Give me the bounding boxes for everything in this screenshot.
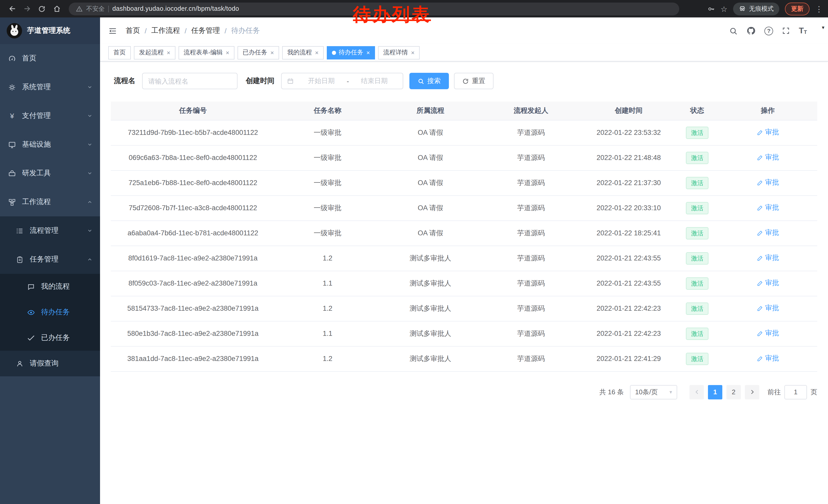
- status-badge: 激活: [686, 302, 708, 315]
- sidebar-item-todo-tasks[interactable]: 待办任务: [0, 300, 100, 325]
- cell-created: 2022-01-21 22:41:29: [581, 346, 676, 371]
- table-row: a6aba0a4-7b6d-11ec-b781-acde48001122 一级审…: [111, 221, 817, 245]
- chevron-down-icon: [87, 113, 92, 119]
- help-icon[interactable]: ?: [764, 27, 773, 35]
- table-header-row: 任务编号 任务名称 所属流程 流程发起人 创建时间 状态 操作: [111, 101, 817, 120]
- sidebar-item-home[interactable]: 首页: [0, 44, 100, 73]
- browser-back-icon[interactable]: [5, 2, 19, 16]
- status-badge: 激活: [686, 277, 708, 289]
- tab-home[interactable]: 首页: [108, 46, 131, 59]
- sidebar-item-payment[interactable]: ¥ 支付管理: [0, 101, 100, 130]
- close-icon[interactable]: ×: [167, 49, 170, 56]
- cell-initiator: 芋道源码: [481, 271, 581, 296]
- approve-link[interactable]: 审批: [756, 329, 779, 338]
- date-range-picker[interactable]: 开始日期 - 结束日期: [281, 73, 403, 89]
- browser-reload-icon[interactable]: [35, 2, 49, 16]
- cell-task-name: 一级审批: [275, 170, 380, 195]
- reset-button-label: 重置: [472, 77, 485, 86]
- sidebar-item-infrastructure[interactable]: 基础设施: [0, 130, 100, 159]
- url-text: dashboard.yudao.iocoder.cn/bpm/task/todo: [112, 5, 239, 12]
- close-icon[interactable]: ×: [271, 49, 274, 56]
- address-bar[interactable]: 不安全 dashboard.yudao.iocoder.cn/bpm/task/…: [69, 2, 679, 15]
- bookmark-star-icon[interactable]: ☆: [720, 5, 728, 12]
- page-size-select[interactable]: 10条/页 ▾: [630, 385, 677, 399]
- sidebar-item-label: 基础设施: [22, 140, 51, 149]
- status-badge: 激活: [686, 353, 708, 365]
- sidebar-item-my-processes[interactable]: 我的流程: [0, 274, 100, 300]
- sidebar-item-label: 研发工具: [22, 169, 51, 178]
- header-actions: ? TT ▾: [729, 26, 818, 35]
- github-icon[interactable]: [746, 26, 756, 35]
- approve-link[interactable]: 审批: [756, 304, 779, 313]
- close-icon[interactable]: ×: [366, 49, 370, 56]
- sidebar-item-leave-query[interactable]: 请假查询: [0, 351, 100, 376]
- sidebar-collapse-icon[interactable]: [108, 27, 117, 35]
- prev-page-button[interactable]: [690, 385, 704, 399]
- sidebar-item-workflow[interactable]: 工作流程: [0, 188, 100, 216]
- approve-label: 审批: [765, 354, 779, 363]
- table-row: 58154733-7ac8-11ec-a9e2-a2380e71991a 1.2…: [111, 296, 817, 321]
- table-row: 580e1b3d-7ac8-11ec-a9e2-a2380e71991a 1.1…: [111, 321, 817, 346]
- font-size-large: T: [799, 27, 804, 35]
- tab-process-detail[interactable]: 流程详情 ×: [378, 46, 420, 59]
- next-page-button[interactable]: [745, 385, 759, 399]
- sidebar-item-done-tasks[interactable]: 已办任务: [0, 325, 100, 351]
- sidebar-item-label: 已办任务: [41, 333, 70, 342]
- security-label: 不安全: [86, 4, 105, 13]
- breadcrumb-task-management[interactable]: 任务管理: [191, 26, 220, 35]
- tabs-bar: 首页 发起流程 × 流程表单-编辑 × 已办任务 × 我的流程 ×: [100, 44, 828, 61]
- breadcrumb-home[interactable]: 首页: [126, 26, 140, 35]
- sidebar-item-system[interactable]: 系统管理: [0, 73, 100, 101]
- browser-menu-icon[interactable]: ⋮: [815, 5, 823, 12]
- approve-link[interactable]: 审批: [756, 354, 779, 363]
- tab-form-edit[interactable]: 流程表单-编辑 ×: [178, 46, 235, 59]
- search-icon[interactable]: [729, 27, 738, 35]
- close-icon[interactable]: ×: [315, 49, 319, 56]
- process-name-input[interactable]: [142, 73, 238, 89]
- sidebar-item-devtools[interactable]: 研发工具: [0, 159, 100, 188]
- approve-link[interactable]: 审批: [756, 254, 779, 263]
- approve-link[interactable]: 审批: [756, 279, 779, 288]
- cell-initiator: 芋道源码: [481, 321, 581, 346]
- sidebar-item-process-management[interactable]: 流程管理: [0, 216, 100, 245]
- column-header: 操作: [718, 101, 817, 120]
- approve-link[interactable]: 审批: [756, 153, 779, 162]
- chevron-down-icon: [87, 228, 92, 233]
- approve-link[interactable]: 审批: [756, 178, 779, 187]
- breadcrumb-workflow[interactable]: 工作流程: [151, 26, 180, 35]
- table-row: 73211d9d-7b9b-11ec-b5b7-acde48001122 一级审…: [111, 120, 817, 145]
- chevron-down-icon: [87, 171, 92, 176]
- password-key-icon[interactable]: [707, 5, 715, 12]
- browser-forward-icon[interactable]: [20, 2, 34, 16]
- tab-todo-tasks[interactable]: 待办任务 ×: [327, 46, 375, 59]
- approve-link[interactable]: 审批: [756, 228, 779, 238]
- approve-label: 审批: [765, 203, 779, 213]
- page-button-1[interactable]: 1: [708, 385, 722, 399]
- sidebar-item-label: 流程管理: [30, 226, 58, 235]
- approve-link[interactable]: 审批: [756, 128, 779, 137]
- tab-done-tasks[interactable]: 已办任务 ×: [238, 46, 279, 59]
- cell-created: 2022-01-22 21:48:48: [581, 145, 676, 170]
- reset-button[interactable]: 重置: [454, 73, 494, 89]
- range-separator: -: [345, 77, 351, 85]
- page-button-2[interactable]: 2: [727, 385, 741, 399]
- font-size-icon[interactable]: TT: [799, 27, 807, 35]
- approve-link[interactable]: 审批: [756, 203, 779, 213]
- cell-task-id: 381aa1dd-7ac8-11ec-a9e2-a2380e71991a: [111, 346, 275, 371]
- browser-home-icon[interactable]: [50, 2, 64, 16]
- sidebar-item-task-management[interactable]: 任务管理: [0, 245, 100, 274]
- close-icon[interactable]: ×: [226, 49, 229, 56]
- tab-label: 待办任务: [339, 48, 363, 57]
- goto-page-input[interactable]: [784, 385, 807, 399]
- search-button[interactable]: 搜索: [409, 73, 449, 89]
- tab-my-processes[interactable]: 我的流程 ×: [282, 46, 324, 59]
- screen: 不安全 dashboard.yudao.iocoder.cn/bpm/task/…: [0, 0, 828, 504]
- app-logo[interactable]: 芋道管理系统: [0, 17, 100, 44]
- tab-start-process[interactable]: 发起流程 ×: [134, 46, 175, 59]
- sidebar-item-label: 我的流程: [41, 282, 70, 291]
- close-icon[interactable]: ×: [411, 49, 415, 56]
- sidebar-item-label: 系统管理: [22, 83, 51, 92]
- browser-update-button[interactable]: 更新: [785, 2, 810, 15]
- fullscreen-icon[interactable]: [782, 27, 790, 35]
- total-count: 共 16 条: [599, 387, 624, 397]
